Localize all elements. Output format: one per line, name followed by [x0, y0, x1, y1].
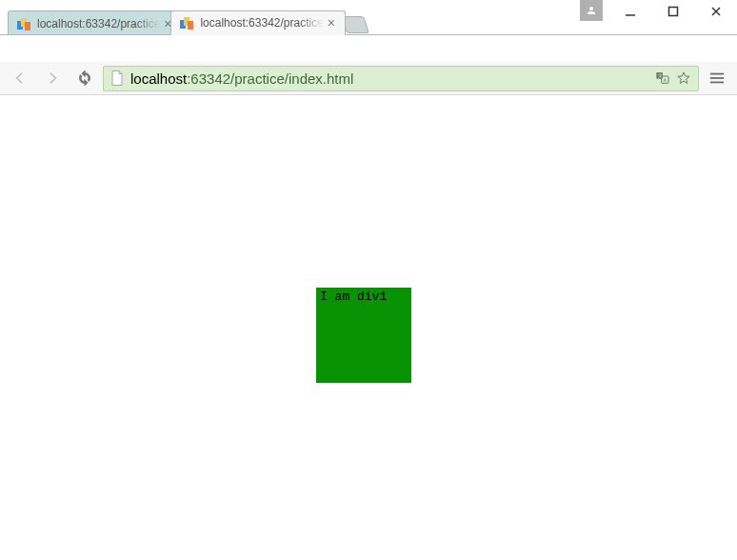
browser-toolbar: localhost:63342/practice/index.html 文A: [0, 62, 737, 95]
browser-tab[interactable]: localhost:63342/practice ×: [170, 10, 345, 35]
svg-rect-9: [188, 21, 193, 30]
favicon-icon: [16, 16, 31, 31]
back-button[interactable]: [6, 65, 34, 91]
tabstrip-divider: [0, 34, 737, 35]
address-bar[interactable]: localhost:63342/practice/index.html 文A: [103, 66, 699, 91]
tab-title: localhost:63342/practice: [37, 17, 160, 30]
svg-rect-6: [25, 22, 30, 30]
svg-marker-14: [678, 72, 689, 84]
div1-box: I am div1: [316, 288, 411, 383]
url-text: localhost:63342/practice/index.html: [130, 70, 652, 87]
browser-tab[interactable]: localhost:63342/practice ×: [8, 10, 182, 35]
svg-text:文: 文: [658, 72, 663, 78]
page-icon: [110, 70, 125, 86]
chrome-menu-button[interactable]: [703, 65, 731, 91]
bookmark-star-icon[interactable]: [673, 68, 694, 89]
favicon-icon: [179, 15, 194, 30]
forward-button[interactable]: [38, 65, 67, 91]
url-host: localhost: [130, 70, 187, 87]
translate-icon[interactable]: 文A: [652, 68, 673, 89]
svg-text:A: A: [664, 78, 667, 83]
div1-text: I am div1: [320, 290, 387, 304]
page-viewport: I am div1: [0, 95, 737, 560]
browser-tabstrip: localhost:63342/practice × localhost:633…: [0, 8, 737, 35]
tab-close-button[interactable]: ×: [324, 15, 339, 30]
tab-title: localhost:63342/practice: [200, 16, 323, 30]
url-path: /practice/index.html: [230, 70, 353, 87]
reload-button[interactable]: [70, 65, 99, 91]
url-port: :63342: [187, 70, 230, 87]
